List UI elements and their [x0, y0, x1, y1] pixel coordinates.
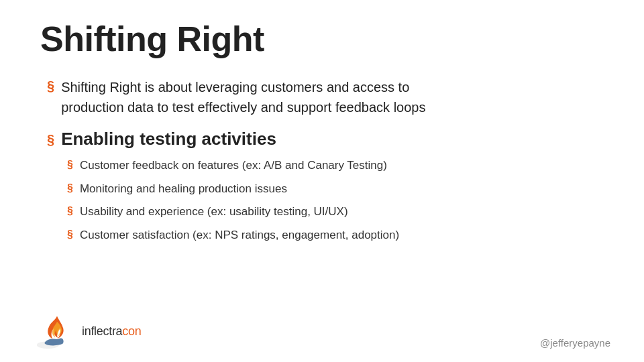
logo-flame-icon: [34, 313, 80, 350]
sub-bullet-1-marker: §: [67, 159, 73, 171]
sub-bullet-4: § Customer satisfaction (ex: NPS ratings…: [67, 227, 604, 244]
sub-bullets: § Customer feedback on features (ex: A/B…: [67, 158, 604, 244]
sub-bullet-2: § Monitoring and healing production issu…: [67, 181, 604, 198]
bullet-1-text: Shifting Right is about leveraging custo…: [61, 77, 425, 117]
slide-title: Shifting Right: [40, 20, 604, 58]
enabling-testing-label: Enabling testing activities: [61, 128, 276, 151]
sub-bullet-3-text: Usability and experience (ex: usability …: [80, 204, 348, 221]
logo-text-con: con: [122, 324, 141, 338]
twitter-handle: @jefferyepayne: [540, 337, 610, 349]
sub-bullet-3-marker: §: [67, 205, 73, 217]
bullet-1: § Shifting Right is about leveraging cus…: [47, 77, 604, 117]
bullet-1-marker: §: [47, 78, 54, 94]
sub-bullet-1-text: Customer feedback on features (ex: A/B a…: [80, 158, 387, 174]
sub-bullet-4-marker: §: [67, 229, 73, 241]
logo-area: inflectracon: [34, 313, 141, 350]
slide: Shifting Right § Shifting Right is about…: [0, 0, 644, 362]
sub-bullet-3: § Usability and experience (ex: usabilit…: [67, 204, 604, 221]
sub-bullet-4-text: Customer satisfaction (ex: NPS ratings, …: [80, 227, 399, 244]
sub-bullet-1: § Customer feedback on features (ex: A/B…: [67, 158, 604, 174]
bullet-2-section: § Enabling testing activities § Customer…: [47, 128, 604, 243]
content-area: § Shifting Right is about leveraging cus…: [40, 77, 604, 243]
logo-text-inflectra: inflectra: [82, 324, 122, 338]
sub-bullet-2-text: Monitoring and healing production issues: [80, 181, 287, 198]
sub-bullet-2-marker: §: [67, 182, 73, 194]
bullet-2-label: § Enabling testing activities: [47, 128, 604, 151]
logo-text: inflectracon: [82, 324, 141, 339]
bullet-2-marker: §: [47, 132, 54, 147]
